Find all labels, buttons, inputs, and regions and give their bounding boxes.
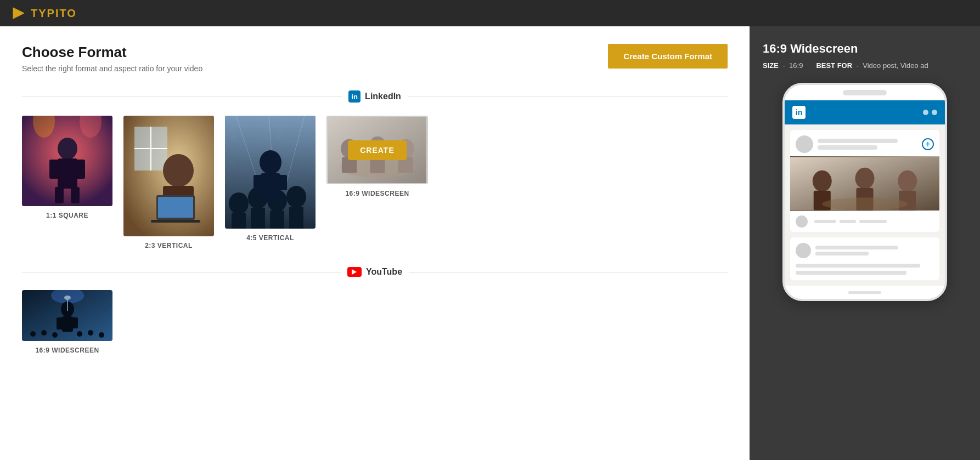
panel-meta: SIZE - 16:9 BEST FOR - Video post, Video… bbox=[763, 61, 967, 70]
phone-dot-2 bbox=[932, 110, 937, 115]
phone-sp-line-1 bbox=[815, 246, 898, 249]
linkedin-format-45[interactable]: 4:5 VERTICAL bbox=[225, 116, 316, 249]
yt-separator-right bbox=[409, 272, 728, 272]
youtube-section-header: YouTube bbox=[22, 267, 728, 277]
svg-rect-47 bbox=[57, 317, 63, 330]
size-meta: SIZE - 16:9 bbox=[763, 61, 803, 70]
phone-post-1-image bbox=[790, 156, 939, 211]
size-value: 16:9 bbox=[789, 61, 803, 70]
svg-point-54 bbox=[77, 331, 82, 337]
svg-point-58 bbox=[813, 171, 832, 192]
phone-app-header: in bbox=[785, 100, 945, 124]
svg-point-14 bbox=[163, 154, 194, 187]
phone-footer-line-3 bbox=[859, 220, 887, 223]
content-area: Choose Format Select the right format an… bbox=[0, 26, 750, 460]
page-title: Choose Format bbox=[22, 44, 202, 61]
svg-rect-32 bbox=[261, 173, 280, 200]
phone-line-2 bbox=[818, 145, 877, 150]
linkedin-format-169[interactable]: CREATE 16:9 WIDESCREEN bbox=[326, 116, 428, 249]
svg-marker-0 bbox=[13, 8, 24, 19]
phone-post-1-lines bbox=[818, 139, 917, 150]
svg-rect-5 bbox=[58, 158, 77, 189]
home-bar bbox=[848, 291, 881, 294]
phone-notch bbox=[785, 85, 945, 100]
logo-icon bbox=[11, 5, 26, 21]
navbar: TYPITO bbox=[0, 0, 980, 26]
youtube-169-label: 16:9 WIDESCREEN bbox=[35, 347, 99, 354]
concert2-scene bbox=[22, 290, 112, 341]
linkedin-square-thumb bbox=[22, 116, 112, 206]
linkedin-169-thumb: CREATE bbox=[326, 116, 428, 184]
svg-point-64 bbox=[822, 197, 907, 210]
youtube-format-169[interactable]: 16:9 WIDESCREEN bbox=[22, 290, 112, 354]
svg-rect-6 bbox=[49, 160, 59, 179]
create-overlay: CREATE bbox=[328, 117, 427, 183]
svg-rect-27 bbox=[289, 207, 303, 229]
svg-rect-25 bbox=[270, 211, 284, 229]
phone-dot-1 bbox=[923, 110, 928, 115]
svg-point-53 bbox=[52, 332, 58, 338]
create-custom-format-button[interactable]: Create Custom Format bbox=[608, 44, 728, 69]
phone-linkedin-logo: in bbox=[792, 106, 806, 119]
phone-header-dots bbox=[923, 110, 937, 115]
best-for-label: BEST FOR bbox=[816, 61, 852, 70]
linkedin-format-square[interactable]: 1:1 SQUARE bbox=[22, 116, 112, 249]
phone-footer-lines bbox=[814, 215, 934, 228]
svg-rect-9 bbox=[71, 187, 80, 203]
linkedin-icon: in bbox=[348, 90, 361, 103]
header-text: Choose Format Select the right format an… bbox=[22, 44, 202, 73]
svg-rect-48 bbox=[71, 317, 78, 328]
main-layout: Choose Format Select the right format an… bbox=[0, 26, 980, 460]
svg-point-56 bbox=[99, 332, 104, 338]
linkedin-format-grid: 1:1 SQUARE bbox=[22, 116, 728, 249]
phone-notch-bar bbox=[843, 90, 887, 95]
phone-post-1-avatar bbox=[796, 135, 813, 153]
svg-rect-18 bbox=[151, 220, 200, 223]
phone-footer-avatar bbox=[796, 215, 808, 228]
best-for-meta: BEST FOR - Video post, Video ad bbox=[816, 61, 928, 70]
phone-post-1-footer bbox=[790, 211, 939, 232]
svg-point-52 bbox=[41, 330, 47, 336]
svg-point-31 bbox=[260, 150, 281, 174]
svg-point-62 bbox=[898, 171, 917, 192]
phone-sp-line-3 bbox=[796, 264, 920, 268]
logo: TYPITO bbox=[11, 5, 77, 21]
phone-feed: + bbox=[785, 124, 945, 286]
svg-rect-63 bbox=[899, 191, 916, 211]
linkedin-23-label: 2:3 VERTICAL bbox=[145, 242, 193, 249]
linkedin-45-label: 4:5 VERTICAL bbox=[246, 234, 294, 242]
linkedin-square-label: 1:1 SQUARE bbox=[46, 212, 88, 219]
svg-point-51 bbox=[30, 331, 36, 337]
linkedin-format-23[interactable]: 2:3 VERTICAL bbox=[123, 116, 214, 249]
separator-line-left bbox=[22, 96, 342, 97]
svg-point-26 bbox=[286, 186, 306, 208]
svg-rect-23 bbox=[251, 208, 265, 229]
phone-sp-line-4 bbox=[796, 271, 906, 275]
phone-footer-line-2 bbox=[840, 220, 856, 223]
linkedin-45-thumb bbox=[225, 116, 316, 229]
yt-play-icon bbox=[352, 269, 357, 275]
page-subtitle: Select the right format and aspect ratio… bbox=[22, 64, 202, 73]
app-name: TYPITO bbox=[31, 7, 77, 20]
phone-add-button[interactable]: + bbox=[922, 138, 934, 150]
svg-rect-33 bbox=[254, 175, 262, 191]
linkedin-section-title: LinkedIn bbox=[365, 92, 401, 101]
youtube-169-thumb bbox=[22, 290, 112, 341]
phone-post-2-avatar bbox=[796, 243, 811, 258]
youtube-icon bbox=[347, 267, 362, 277]
panel-title: 16:9 Widescreen bbox=[763, 42, 967, 56]
phone-post-2 bbox=[790, 237, 939, 280]
right-panel: 16:9 Widescreen SIZE - 16:9 BEST FOR - V… bbox=[750, 26, 980, 460]
concert-silhouette bbox=[22, 116, 112, 206]
linkedin-label: in LinkedIn bbox=[348, 90, 401, 103]
svg-point-20 bbox=[229, 192, 249, 214]
office-scene bbox=[123, 116, 214, 236]
best-for-value: Video post, Video ad bbox=[863, 61, 928, 70]
phone-line-1 bbox=[818, 139, 898, 143]
size-label: SIZE bbox=[763, 61, 779, 70]
svg-rect-17 bbox=[158, 197, 193, 218]
phone-post-2-lines bbox=[815, 246, 934, 255]
linkedin-45-bg bbox=[225, 116, 316, 229]
phone-footer-line-1 bbox=[814, 220, 836, 223]
create-overlay-button[interactable]: CREATE bbox=[348, 140, 407, 160]
